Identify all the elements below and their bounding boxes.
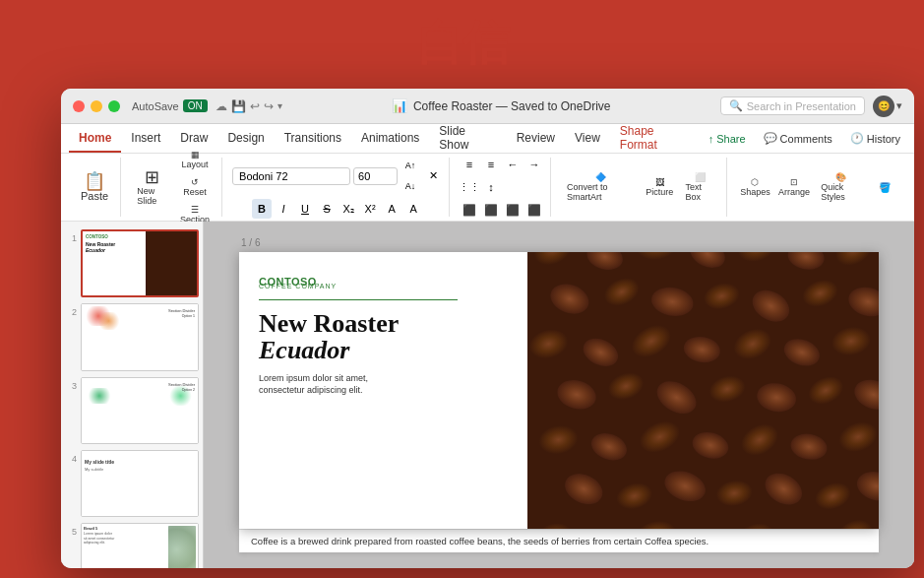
bullets-button[interactable]: ≡ [460,155,479,174]
slide-number-4: 4 [65,454,77,464]
paste-button[interactable]: 📋 Paste [75,169,114,205]
tab-view[interactable]: View [565,124,610,153]
tab-home[interactable]: Home [69,124,121,153]
section-icon: ☰ [191,205,199,215]
close-button[interactable] [73,100,85,112]
thumb5-label: Brazil 5 [84,526,97,531]
bold-button[interactable]: B [252,199,272,219]
font-name-selector[interactable]: Bodoni 72 [232,167,350,185]
align-left-button[interactable]: ⬛ [460,200,479,220]
text-box-icon: ⬜ [695,172,706,182]
italic-button[interactable]: I [274,199,293,219]
history-button[interactable]: 🕐 History [844,130,906,147]
increase-indent-button[interactable]: → [524,155,544,174]
slide-preview-3[interactable]: Section DividerOption 2 [81,377,199,444]
font-decrease-button[interactable]: A↓ [400,176,420,196]
slide-caption: Coffee is a brewed drink prepared from r… [239,529,879,552]
slide-thumbnail-3[interactable]: 3 Section DividerOption 2 [65,377,199,444]
svg-point-48 [834,417,879,457]
fill-icon: 🪣 [879,182,891,193]
slide-preview-1[interactable]: CONTOSO New RoasterEcuador [81,229,199,297]
slide-panel: 1 CONTOSO New RoasterEcuador 2 Sect [61,222,204,568]
svg-point-55 [853,468,879,505]
slide-body-text: Lorem ipsum dolor sit amet,consectetur a… [259,372,508,397]
history-icon: 🕐 [850,132,864,145]
minimize-button[interactable] [91,100,102,112]
font-selector: Bodoni 72 60 A↑ A↓ ✕ B I U S X₂ [232,156,443,219]
align-right-button[interactable]: ⬛ [503,200,523,220]
decrease-indent-button[interactable]: ← [503,155,523,174]
maximize-button[interactable] [108,100,120,112]
redo-button[interactable]: ↪ [264,99,274,113]
tab-slideshow[interactable]: Slide Show [429,124,506,153]
tab-review[interactable]: Review [507,124,565,153]
convert-smartart-button[interactable]: 🔷 Convert to SmartArt [561,169,640,205]
subscript-button[interactable]: X₂ [339,199,358,219]
share-icon: ↑ [708,133,714,145]
clear-format-button[interactable]: ✕ [423,166,443,186]
align-justify-button[interactable]: ⬛ [524,200,544,220]
svg-point-51 [660,466,709,507]
picture-button[interactable]: 🖼 Picture [642,174,677,200]
thumb-content-3: Section DividerOption 2 [82,378,198,443]
slide-thumbnail-5[interactable]: 5 Brazil 5 Lorem ipsum dolorsit amet con… [65,523,199,568]
toolbar-icon-cloud: ☁ [216,99,227,113]
tab-shape-format[interactable]: Shape Format [610,124,703,153]
tab-animations[interactable]: Animations [351,124,429,153]
traffic-lights [73,100,120,112]
svg-point-23 [648,285,695,320]
shape-fill-button[interactable]: 🪣 [869,179,900,196]
svg-point-36 [604,368,647,405]
tab-insert[interactable]: Insert [121,124,170,153]
arrange-button[interactable]: ⊡ Arrange [775,174,813,200]
superscript-button[interactable]: X² [360,199,380,219]
search-icon: 🔍 [729,99,743,112]
search-placeholder: Search in Presentation [747,100,856,112]
slide-thumbnail-2[interactable]: 2 Section DividerOption 1 [65,303,199,370]
thumb-coffee-bg [146,231,197,295]
share-button[interactable]: ↑ Share [703,131,752,147]
slide-canvas[interactable]: CONTOSO COFFEE COMPANY New Roaster Ecuad… [239,252,879,529]
tab-transitions[interactable]: Transitions [275,124,351,153]
layout-button[interactable]: ▦ Layout [174,147,216,172]
ribbon-group-drawing: 🔷 Convert to SmartArt 🖼 Picture ⬜ Text B… [555,158,727,217]
slide-thumbnail-1[interactable]: 1 CONTOSO New RoasterEcuador [65,229,199,297]
svg-point-52 [713,478,754,509]
new-slide-button[interactable]: ⊞ New Slide [131,165,172,209]
svg-point-47 [788,431,829,463]
picture-icon: 🖼 [655,177,664,187]
slide-position-indicator: 1 / 6 [239,237,879,248]
search-box[interactable]: 🔍 Search in Presentation [720,96,865,115]
slide-thumbnail-4[interactable]: 4 My slide title My subtitle [65,450,199,517]
tab-design[interactable]: Design [217,124,274,153]
font-color-button[interactable]: A [382,199,401,219]
columns-button[interactable]: ⋮⋮ [460,177,479,197]
font-size-selector[interactable]: 60 [353,167,398,185]
font-increase-button[interactable]: A↑ [400,156,420,175]
slide-preview-4[interactable]: My slide title My subtitle [81,450,199,517]
window-title: Coffee Roaster — Saved to OneDrive [413,99,611,113]
slide-number-5: 5 [65,527,77,537]
svg-point-24 [701,279,743,312]
svg-point-43 [587,428,631,465]
undo-button[interactable]: ↩ [250,99,260,113]
profile-avatar[interactable]: 😊 [873,96,894,117]
thumb-content-1: CONTOSO New RoasterEcuador [83,231,197,295]
svg-point-19 [785,252,826,273]
strikethrough-button[interactable]: S [317,199,337,219]
font-highlight-button[interactable]: A [403,199,423,219]
thumb-blob-orange [96,312,121,330]
comments-button[interactable]: 💬 Comments [758,130,838,147]
text-box-button[interactable]: ⬜ Text Box [679,169,720,205]
underline-button[interactable]: U [295,199,315,219]
slide-preview-2[interactable]: Section DividerOption 1 [81,303,199,370]
line-spacing-button[interactable]: ↕ [481,177,501,197]
numbering-button[interactable]: ≡ [481,155,501,174]
quick-styles-button[interactable]: 🎨 Quick Styles [815,169,867,205]
slide-preview-5[interactable]: Brazil 5 Lorem ipsum dolorsit amet conse… [81,523,199,568]
reset-button[interactable]: ↺ Reset [174,174,216,200]
svg-point-49 [560,468,607,510]
shapes-button[interactable]: ⬡ Shapes [737,174,773,200]
align-center-button[interactable]: ⬛ [481,200,501,220]
profile-chevron[interactable]: ▾ [896,99,902,112]
